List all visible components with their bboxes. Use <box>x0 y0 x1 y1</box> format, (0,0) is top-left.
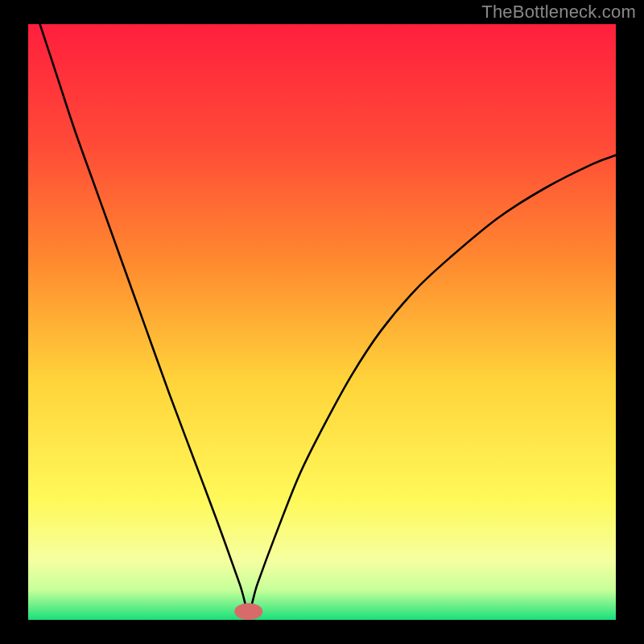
heatmap-background <box>28 24 616 620</box>
optimal-point-marker <box>234 603 262 620</box>
chart-frame: TheBottleneck.com <box>0 0 644 644</box>
watermark-text: TheBottleneck.com <box>481 2 636 23</box>
bottleneck-chart <box>28 24 616 620</box>
